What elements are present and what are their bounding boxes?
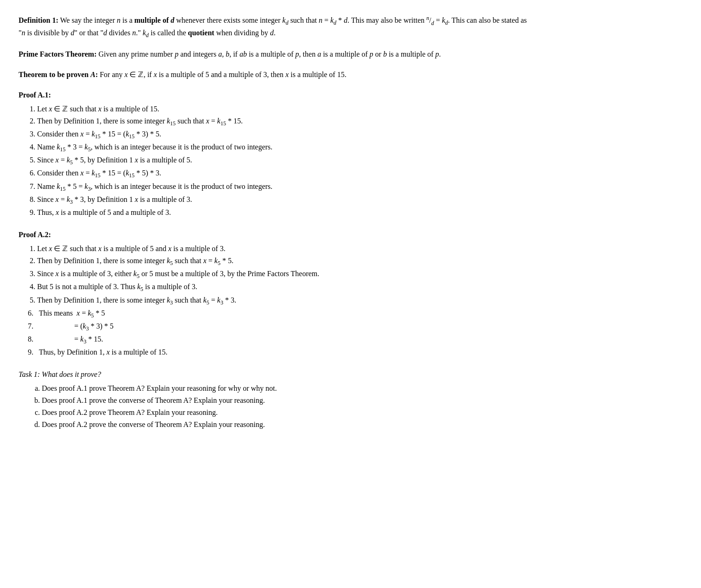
proof-a2-step-1: Let x ∈ ℤ such that x is a multiple of 5…	[37, 243, 529, 254]
theorem-a-label: Theorem to be proven A:	[19, 71, 98, 78]
proof-a1-step-1: Let x ∈ ℤ such that x is a multiple of 1…	[37, 103, 529, 115]
proof-a2-step-8: 8.= k3 * 15.	[28, 334, 529, 346]
prime-factors-theorem-block: Prime Factors Theorem: Given any prime n…	[19, 49, 529, 60]
definition-text: Definition 1: We say the integer n is a …	[19, 14, 529, 39]
prime-factors-label: Prime Factors Theorem:	[19, 50, 96, 58]
definition-label: Definition 1:	[19, 16, 58, 24]
proof-a2-step-2: Then by Definition 1, there is some inte…	[37, 255, 529, 267]
proof-a2-step-7: 7.= (k3 * 3) * 5	[28, 321, 529, 333]
proof-a1-title: Proof A.1:	[19, 90, 529, 101]
proof-a2-step-4: But 5 is not a multiple of 3. Thus k5 is…	[37, 281, 529, 293]
proof-a2-step-6: 6. This means x = k5 * 5	[28, 308, 529, 320]
proof-a2-title: Proof A.2:	[19, 229, 529, 240]
proof-a2-block: Proof A.2: Let x ∈ ℤ such that x is a mu…	[19, 229, 529, 358]
proof-a1-steps: Let x ∈ ℤ such that x is a multiple of 1…	[37, 103, 529, 218]
proof-a1-step-8: Since x = k3 * 3, by Definition 1 x is a…	[37, 194, 529, 206]
proof-a2-steps: Let x ∈ ℤ such that x is a multiple of 5…	[37, 243, 529, 358]
task-item-d: Does proof A.2 prove the converse of The…	[42, 419, 529, 430]
task-item-b: Does proof A.1 prove the converse of The…	[42, 395, 529, 406]
proof-a2-step-9: 9. Thus, by Definition 1, x is a multipl…	[28, 347, 529, 358]
theorem-a-block: Theorem to be proven A: For any x ∈ ℤ, i…	[19, 69, 529, 80]
task-block: Task 1: What does it prove? Does proof A…	[19, 369, 529, 430]
proof-a1-step-3: Consider then x = k15 * 15 = (k15 * 3) *…	[37, 129, 529, 141]
proof-a1-step-5: Since x = k5 * 5, by Definition 1 x is a…	[37, 155, 529, 167]
proof-a1-step-4: Name k15 * 3 = k5, which is an integer b…	[37, 142, 529, 154]
theorem-a-text: Theorem to be proven A: For any x ∈ ℤ, i…	[19, 69, 529, 80]
proof-a1-step-6: Consider then x = k15 * 15 = (k15 * 5) *…	[37, 168, 529, 180]
task-list: Does proof A.1 prove Theorem A? Explain …	[42, 383, 529, 430]
definition-block: Definition 1: We say the integer n is a …	[19, 14, 529, 39]
task-title: Task 1: What does it prove?	[19, 369, 529, 380]
task-item-a: Does proof A.1 prove Theorem A? Explain …	[42, 383, 529, 394]
proof-a1-step-9: Thus, x is a multiple of 5 and a multipl…	[37, 207, 529, 218]
page-content: Definition 1: We say the integer n is a …	[19, 14, 529, 430]
proof-a1-step-7: Name k15 * 5 = k3, which is an integer b…	[37, 181, 529, 193]
proof-a2-step-5: Then by Definition 1, there is some inte…	[37, 295, 529, 307]
proof-a1-block: Proof A.1: Let x ∈ ℤ such that x is a mu…	[19, 90, 529, 218]
proof-a1-step-2: Then by Definition 1, there is some inte…	[37, 116, 529, 128]
proof-a2-step-3: Since x is a multiple of 3, either k5 or…	[37, 268, 529, 280]
task-item-c: Does proof A.2 prove Theorem A? Explain …	[42, 407, 529, 418]
prime-factors-theorem-text: Prime Factors Theorem: Given any prime n…	[19, 49, 529, 60]
